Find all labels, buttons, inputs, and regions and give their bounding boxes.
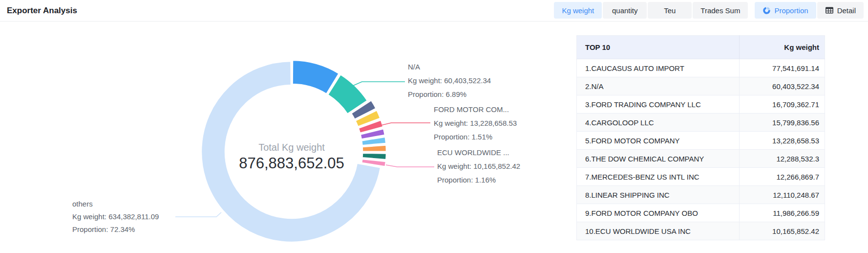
- tab-quantity[interactable]: quantity: [603, 2, 647, 19]
- callout-label: N/A: [408, 60, 491, 74]
- donut-chart-icon: [762, 6, 771, 15]
- exporter-name-cell: 9.FORD MOTOR COMPANY OBO: [577, 204, 740, 222]
- callout-ford-motor: FORD MOTOR COM... Kg weight: 13,228,658.…: [434, 103, 517, 144]
- callout-proportion: Proportion: 6.89%: [408, 88, 491, 101]
- leader-line-n-a: [350, 82, 405, 87]
- table-row: 7.MERCEDES-BENZ US INTL INC12,266,869.7: [577, 168, 825, 186]
- leader-line-others: [175, 212, 221, 217]
- kg-weight-cell: 10,165,852.42: [740, 222, 825, 240]
- tab-label: Detail: [837, 6, 856, 15]
- kg-weight-cell: 12,110,248.67: [740, 186, 825, 204]
- tab-label: Trades Sum: [700, 6, 740, 15]
- callout-label: ECU WORLDWIDE ...: [437, 146, 520, 160]
- table-body: 1.CAUCASUS AUTO IMPORT77,541,691.142.N/A…: [577, 59, 825, 240]
- table-header-rank: TOP 10: [577, 36, 740, 59]
- exporter-name-cell: 7.MERCEDES-BENZ US INTL INC: [577, 168, 740, 186]
- leader-line-ford-motor-company: [381, 123, 430, 125]
- top10-table: TOP 10 Kg weight 1.CAUCASUS AUTO IMPORT7…: [576, 35, 825, 240]
- exporter-name-cell: 5.FORD MOTOR COMPANY: [577, 132, 740, 150]
- callout-proportion: Proportion: 1.51%: [434, 130, 517, 144]
- kg-weight-cell: 15,799,836.56: [740, 114, 825, 132]
- tab-label: Teu: [664, 6, 676, 15]
- exporter-name-cell: 3.FORD TRADING COMPANY LLC: [577, 95, 740, 114]
- tab-label: quantity: [612, 6, 638, 15]
- table-row: 10.ECU WORLDWIDE USA INC10,165,852.42: [577, 222, 825, 240]
- callout-weight: Kg weight: 60,403,522.34: [408, 74, 491, 88]
- tab-label: Proportion: [774, 6, 808, 15]
- table-row: 5.FORD MOTOR COMPANY13,228,658.53: [577, 132, 825, 150]
- toolbar: Kg weightquantityTeuTrades Sum Proportio…: [554, 2, 864, 19]
- table-row: 8.LINEAR SHIPPING INC12,110,248.67: [577, 186, 825, 204]
- tab-trades-sum[interactable]: Trades Sum: [693, 2, 748, 19]
- exporter-name-cell: 6.THE DOW CHEMICAL COMPANY: [577, 150, 740, 168]
- table-row: 2.N/A60,403,522.34: [577, 77, 825, 95]
- kg-weight-cell: 12,266,869.7: [740, 168, 825, 186]
- leader-line-ecu-worldwide-usa-inc: [386, 165, 434, 167]
- table-row: 6.THE DOW CHEMICAL COMPANY12,288,532.3: [577, 150, 825, 168]
- table-header-value: Kg weight: [740, 36, 825, 59]
- tab-label: Kg weight: [562, 6, 594, 15]
- view-tab-group: ProportionDetail: [755, 2, 864, 19]
- kg-weight-cell: 13,228,658.53: [740, 132, 825, 150]
- callout-weight: Kg weight: 13,228,658.53: [434, 116, 517, 130]
- table-row: 1.CAUCASUS AUTO IMPORT77,541,691.14: [577, 59, 825, 77]
- exporter-name-cell: 2.N/A: [577, 77, 740, 95]
- callout-weight: Kg weight: 10,165,852.42: [437, 160, 520, 173]
- chart-center-title: Total Kg weight: [194, 141, 389, 154]
- exporter-name-cell: 4.CARGOLOOP LLC: [577, 114, 740, 132]
- exporter-name-cell: 10.ECU WORLDWIDE USA INC: [577, 222, 740, 240]
- tab-teu[interactable]: Teu: [648, 2, 692, 19]
- tab-detail[interactable]: Detail: [817, 2, 864, 19]
- kg-weight-cell: 16,709,362.71: [740, 95, 825, 114]
- table-row: 3.FORD TRADING COMPANY LLC16,709,362.71: [577, 95, 825, 114]
- table-row: 4.CARGOLOOP LLC15,799,836.56: [577, 114, 825, 132]
- exporter-name-cell: 8.LINEAR SHIPPING INC: [577, 186, 740, 204]
- kg-weight-cell: 77,541,691.14: [740, 59, 825, 77]
- callout-label: FORD MOTOR COM...: [434, 103, 517, 116]
- exporter-name-cell: 1.CAUCASUS AUTO IMPORT: [577, 59, 740, 77]
- table-row: 9.FORD MOTOR COMPANY OBO11,986,266.59: [577, 204, 825, 222]
- kg-weight-cell: 12,288,532.3: [740, 150, 825, 168]
- tab-proportion[interactable]: Proportion: [755, 2, 816, 19]
- chart-center-value: 876,883,652.05: [194, 154, 389, 173]
- callout-weight: Kg weight: 634,382,811.09: [72, 210, 159, 223]
- tab-kg-weight[interactable]: Kg weight: [554, 2, 602, 19]
- callout-label: others: [72, 198, 159, 210]
- metric-tab-group: Kg weightquantityTeuTrades Sum: [554, 2, 748, 19]
- callout-others: others Kg weight: 634,382,811.09 Proport…: [72, 198, 159, 236]
- callout-proportion: Proportion: 72.34%: [72, 223, 159, 236]
- kg-weight-cell: 60,403,522.34: [740, 77, 825, 95]
- kg-weight-cell: 11,986,266.59: [740, 204, 825, 222]
- table-header-row: TOP 10 Kg weight: [577, 36, 825, 59]
- chart-center-label: Total Kg weight 876,883,652.05: [194, 141, 389, 173]
- table-icon: [825, 6, 834, 14]
- callout-na: N/A Kg weight: 60,403,522.34 Proportion:…: [408, 60, 491, 101]
- callout-proportion: Proportion: 1.16%: [437, 173, 520, 187]
- callout-ecu-worldwide: ECU WORLDWIDE ... Kg weight: 10,165,852.…: [437, 146, 520, 187]
